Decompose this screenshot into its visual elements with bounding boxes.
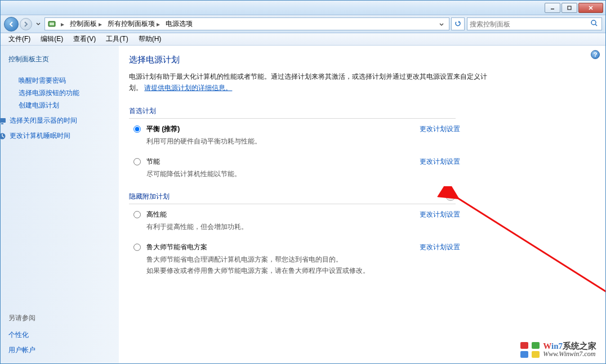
sidebar-user-accounts[interactable]: 用户帐户 — [8, 345, 112, 355]
plan-high-radio[interactable] — [133, 211, 141, 218]
window-frame: ▸ 控制面板▸ 所有控制面板项▸ 电源选项 文件(F) 编辑(E) 查看 — [0, 0, 606, 364]
see-also-label: 另请参阅 — [8, 313, 112, 323]
plan-ludashi-name: 鲁大师节能省电方案 — [146, 242, 408, 252]
section-additional-plans: 隐藏附加计划 — [129, 192, 456, 201]
crumb-control-panel[interactable]: 控制面板▸ — [67, 19, 105, 29]
recent-pages-dropdown[interactable] — [34, 23, 42, 26]
crumb-all-items[interactable]: 所有控制面板项▸ — [105, 19, 163, 29]
close-button[interactable] — [578, 3, 603, 13]
maximize-button[interactable] — [562, 3, 577, 13]
plan-high-name: 高性能 — [146, 210, 408, 219]
search-input[interactable] — [470, 20, 590, 28]
sidebar-power-button[interactable]: 选择电源按钮的功能 — [19, 88, 112, 98]
sidebar: 控制面板主页 唤醒时需要密码 选择电源按钮的功能 创建电源计划 选择关闭显示器的… — [1, 46, 119, 363]
plan-balanced-radio[interactable] — [133, 125, 141, 133]
plan-ludashi-radio[interactable] — [133, 244, 141, 251]
menu-file[interactable]: 文件(F) — [4, 33, 35, 45]
sleep-time-icon — [0, 132, 6, 140]
divider — [129, 204, 456, 204]
plan-balanced-change-link[interactable]: 更改计划设置 — [420, 124, 460, 134]
back-button[interactable] — [4, 17, 19, 32]
main-panel: ? 选择电源计划 电源计划有助于最大化计算机的性能或者节能。通过选择计划来将其激… — [119, 46, 605, 363]
plan-high-change-link[interactable]: 更改计划设置 — [420, 210, 460, 219]
plan-high-desc: 有利于提高性能，但会增加功耗。 — [146, 222, 408, 232]
forward-button[interactable] — [20, 18, 32, 30]
title-bar — [1, 1, 605, 15]
plan-high-performance: 高性能 有利于提高性能，但会增加功耗。 更改计划设置 — [133, 210, 460, 232]
menu-tools[interactable]: 工具(T) — [101, 33, 132, 45]
plan-saver-name: 节能 — [146, 157, 408, 167]
control-panel-icon — [47, 20, 56, 29]
sidebar-create-plan[interactable]: 创建电源计划 — [19, 101, 112, 110]
svg-rect-1 — [568, 6, 571, 10]
collapse-additional-button[interactable] — [445, 191, 456, 201]
menu-view[interactable]: 查看(V) — [69, 33, 100, 45]
page-heading: 选择电源计划 — [129, 55, 590, 65]
menu-bar: 文件(F) 编辑(E) 查看(V) 工具(T) 帮助(H) — [1, 33, 605, 46]
plan-saver-desc: 尽可能降低计算机性能以节能。 — [146, 169, 408, 179]
svg-rect-9 — [1, 123, 3, 124]
plan-ludashi: 鲁大师节能省电方案 鲁大师节能省电合理调配计算机电源方案，帮您达到省电的目的。 … — [133, 242, 460, 276]
refresh-button[interactable] — [451, 17, 465, 30]
sidebar-require-password[interactable]: 唤醒时需要密码 — [19, 76, 112, 86]
plan-ludashi-desc: 鲁大师节能省电合理调配计算机电源方案，帮您达到省电的目的。 如果要修改或者停用鲁… — [146, 254, 408, 276]
address-bar: ▸ 控制面板▸ 所有控制面板项▸ 电源选项 — [1, 15, 605, 33]
sidebar-personalization[interactable]: 个性化 — [8, 330, 112, 340]
plan-balanced-desc: 利用可用的硬件自动平衡功耗与性能。 — [146, 136, 408, 147]
crumb-power-options[interactable]: 电源选项 — [163, 19, 195, 29]
plan-saver-radio[interactable] — [133, 158, 141, 165]
svg-point-6 — [591, 20, 596, 25]
menu-help[interactable]: 帮助(H) — [134, 33, 166, 45]
search-icon — [590, 19, 599, 29]
minimize-button[interactable] — [545, 3, 560, 13]
search-box[interactable] — [467, 17, 602, 30]
section-preferred-plans: 首选计划 — [129, 106, 456, 116]
crumb-arrow-0[interactable]: ▸ — [56, 20, 67, 28]
help-button[interactable]: ? — [591, 50, 600, 59]
more-info-link[interactable]: 请提供电源计划的详细信息。 — [144, 84, 232, 92]
plan-saver-change-link[interactable]: 更改计划设置 — [420, 157, 460, 167]
address-history-dropdown[interactable] — [436, 20, 447, 28]
sidebar-turn-off-display[interactable]: 选择关闭显示器的时间 — [0, 116, 112, 125]
sidebar-change-sleep[interactable]: 更改计算机睡眠时间 — [0, 131, 112, 141]
divider — [129, 118, 456, 119]
svg-rect-5 — [50, 23, 54, 25]
plan-balanced: 平衡 (推荐) 利用可用的硬件自动平衡功耗与性能。 更改计划设置 — [133, 124, 460, 147]
plan-ludashi-change-link[interactable]: 更改计划设置 — [420, 242, 460, 252]
svg-line-7 — [595, 24, 597, 26]
page-description: 电源计划有助于最大化计算机的性能或者节能。通过选择计划来将其激活，或选择计划并通… — [129, 71, 489, 94]
plan-saver: 节能 尽可能降低计算机性能以节能。 更改计划设置 — [133, 157, 460, 179]
sidebar-home-link[interactable]: 控制面板主页 — [8, 55, 112, 64]
svg-rect-8 — [0, 118, 6, 123]
display-off-icon — [0, 117, 6, 125]
plan-balanced-name: 平衡 (推荐) — [146, 124, 408, 134]
breadcrumb-bar[interactable]: ▸ 控制面板▸ 所有控制面板项▸ 电源选项 — [44, 17, 449, 30]
menu-edit[interactable]: 编辑(E) — [36, 33, 68, 45]
